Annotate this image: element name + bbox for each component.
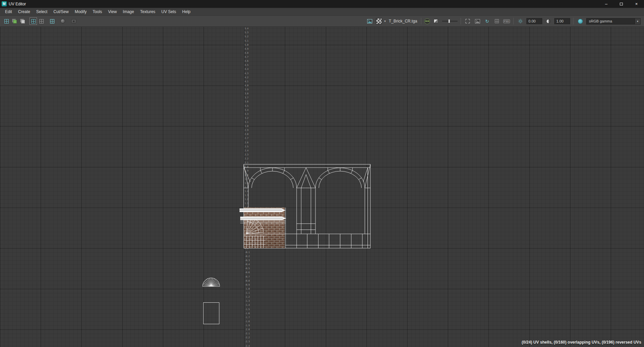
image-dim-slider[interactable]	[442, 19, 458, 23]
gamma-half-circle-icon	[546, 19, 551, 23]
toolbar-group-left-3	[48, 17, 56, 25]
minimize-button[interactable]: –	[599, 0, 614, 8]
maximize-button[interactable]	[614, 0, 629, 8]
toolbar-group-left-5	[70, 17, 77, 25]
status-readout: (0/24) UV shells, (0/160) overlapping UV…	[522, 340, 641, 345]
menu-textures[interactable]: Textures	[137, 8, 158, 15]
separator	[461, 18, 461, 24]
slider-handle[interactable]	[448, 19, 450, 23]
uv-canvas[interactable]: 5.45.35.25.15.04.94.84.74.64.54.44.34.24…	[0, 27, 644, 347]
uv-shell-quad[interactable]	[204, 303, 219, 324]
refresh-icon: ↻	[485, 19, 489, 23]
menu-create[interactable]: Create	[15, 8, 33, 15]
menu-tools[interactable]: Tools	[90, 8, 105, 15]
uv-shell-fan[interactable]	[203, 278, 220, 287]
teal-grid-tool-button[interactable]	[3, 17, 10, 25]
refresh-image-button[interactable]: ↻	[483, 17, 491, 25]
exposure-button[interactable]	[517, 17, 524, 25]
exposure-sun-icon	[518, 19, 523, 23]
exposure-field[interactable]	[526, 18, 542, 24]
frame-corners-icon	[465, 19, 470, 23]
texture-dropdown-chevron-icon[interactable]: ▾	[384, 19, 386, 23]
texture-filename: T_Brick_CR.tga	[389, 19, 417, 23]
grid-points-tool-button[interactable]	[48, 17, 56, 25]
gray-grid-icon	[39, 19, 44, 23]
camera-icon	[71, 19, 76, 23]
color-management-button[interactable]	[576, 17, 584, 25]
toolbar-group-left-1	[3, 17, 26, 25]
menu-select[interactable]: Select	[33, 8, 50, 15]
menu-edit[interactable]: Edit	[2, 8, 15, 15]
menu-help[interactable]: Help	[179, 8, 194, 15]
menu-view[interactable]: View	[105, 8, 120, 15]
toolbar-right-cluster: ▾ T_Brick_CR.tga RGB ↻ PSD	[366, 16, 641, 27]
separator	[573, 18, 573, 24]
menu-image[interactable]: Image	[120, 8, 137, 15]
separator	[513, 18, 514, 24]
gamma-button[interactable]	[545, 17, 552, 25]
separator	[421, 18, 421, 24]
uv-editor-window: M UV Editor – × Edit Create Select Cut/S…	[0, 0, 644, 347]
psd-icon: PSD	[503, 19, 510, 23]
close-button[interactable]: ×	[629, 0, 644, 8]
view-transform-value: sRGB gamma	[587, 19, 635, 23]
uv-shells-layer	[0, 27, 644, 347]
display-alpha-button[interactable]	[432, 17, 440, 25]
color-management-icon	[578, 19, 583, 24]
gray-image-icon	[475, 19, 480, 23]
sphere-icon	[60, 19, 65, 23]
frame-all-button[interactable]	[464, 17, 471, 25]
title-bar: M UV Editor – ×	[0, 0, 644, 8]
display-rgb-button[interactable]: RGB	[424, 18, 430, 24]
gamma-field[interactable]	[554, 18, 570, 24]
psd-button[interactable]: PSD	[503, 17, 510, 25]
grid-with-points-icon	[50, 19, 54, 23]
menu-modify[interactable]: Modify	[72, 8, 89, 15]
window-title: UV Editor	[9, 2, 26, 6]
texture-image-button[interactable]	[366, 17, 374, 25]
teal-image-icon	[367, 19, 372, 23]
teal-grid-framed-icon	[31, 19, 36, 23]
gray-grid-tool-button[interactable]	[38, 17, 45, 25]
maya-app-icon: M	[2, 1, 7, 6]
texture-checker-swatch[interactable]	[376, 18, 382, 24]
display-image-button[interactable]	[474, 17, 481, 25]
menu-uv-sets[interactable]: UV Sets	[158, 8, 179, 15]
teal-grid-icon	[4, 19, 9, 23]
selected-grid-tool-button[interactable]	[30, 17, 37, 25]
alpha-chip-icon	[434, 19, 438, 23]
stacked-gray-squares-icon	[20, 19, 25, 23]
uv-snapshot-button[interactable]	[70, 17, 77, 25]
paste-uvs-button[interactable]	[19, 17, 26, 25]
maximize-icon	[620, 3, 623, 5]
chevron-down-icon: ▾	[635, 18, 640, 24]
pixel-snap-button[interactable]	[493, 17, 501, 25]
uv-toolbar: ▾ T_Brick_CR.tga RGB ↻ PSD	[0, 16, 644, 27]
stacked-green-squares-icon	[12, 19, 17, 23]
sphere-tool-button[interactable]	[59, 17, 67, 25]
window-controls: – ×	[599, 0, 644, 8]
rgb-icon: RGB	[425, 20, 429, 22]
copy-uvs-button[interactable]	[11, 17, 18, 25]
menu-bar: Edit Create Select Cut/Sew Modify Tools …	[0, 8, 644, 16]
menu-cut-sew[interactable]: Cut/Sew	[50, 8, 72, 15]
toolbar-group-left-4	[59, 17, 67, 25]
small-grid-icon	[495, 19, 499, 23]
view-transform-dropdown[interactable]: sRGB gamma ▾	[586, 18, 641, 24]
toolbar-group-left-2	[30, 17, 45, 25]
